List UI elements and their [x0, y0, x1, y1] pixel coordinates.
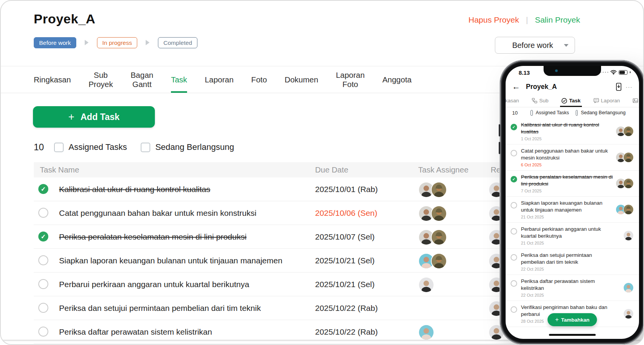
task-name: Kalibrasi alat ukur di ruang kontrol kua… [59, 177, 210, 201]
add-task-fab[interactable]: + Tambahkan [547, 313, 597, 326]
status-badge-in-progress[interactable]: In progress [97, 37, 138, 48]
app-window: Proyek_A Hapus Proyek | Salin Proyek Bef… [0, 0, 644, 345]
tab-ringkasan[interactable]: Ringkasan [34, 67, 71, 93]
tab-bagan-gantt[interactable]: Bagan Gantt [131, 67, 153, 93]
tab-sub-proyek[interactable]: Sub Proyek [89, 67, 113, 93]
task-open-circle-icon[interactable] [38, 255, 48, 265]
avatar [623, 204, 634, 215]
task-open-circle-icon[interactable] [511, 150, 517, 156]
assignee-avatars [418, 182, 447, 198]
phone-nav: ← Proyek_A ··· [506, 80, 639, 93]
task-open-circle-icon[interactable] [38, 303, 48, 313]
phone-screen: 8.13 ← Proyek_A [506, 66, 639, 339]
phone-tab-sub[interactable]: Sub [531, 94, 550, 107]
task-done-icon[interactable]: ✓ [511, 176, 517, 182]
battery-tip-icon [630, 71, 631, 73]
task-name: Catat penggunaan bahan bakar untuk mesin… [59, 201, 256, 225]
phone-task-item[interactable]: Siapkan laporan keuangan bulanan untuk t… [506, 197, 639, 223]
status-badge-completed[interactable]: Completed [158, 37, 197, 48]
more-icon[interactable]: ··· [626, 84, 632, 90]
task-open-circle-icon[interactable] [511, 202, 517, 209]
task-done-icon[interactable]: ✓ [511, 124, 517, 130]
assignee-avatars [418, 205, 447, 222]
back-icon[interactable]: ← [512, 82, 520, 91]
phone-task-item[interactable]: Periksa dan setujui permintaan pembelian… [506, 249, 639, 275]
phone-task-item[interactable]: Periksa daftar perawatan sistem kelistri… [506, 275, 639, 301]
task-open-circle-icon[interactable] [511, 228, 517, 235]
camera-icon [555, 69, 558, 72]
task-open-circle-icon[interactable] [511, 254, 517, 261]
phone-task-text: Kalibrasi alat ukur di ruang kontrol kua… [521, 122, 613, 141]
flow-arrow-icon [85, 40, 89, 45]
phone-in-progress-label: Sedang Berlangsung [581, 110, 626, 115]
tab-laporan[interactable]: Laporan [205, 67, 233, 93]
task-open-circle-icon[interactable] [511, 306, 517, 313]
avatar [431, 229, 447, 245]
phone-task-name: Siapkan laporan keuangan bulanan untuk t… [521, 200, 613, 214]
task-open-circle-icon[interactable] [38, 208, 48, 218]
assignee-avatars [418, 253, 447, 269]
phone-task-list: ✓Kalibrasi alat ukur di ruang kontrol ku… [506, 118, 639, 339]
task-done-icon[interactable]: ✓ [38, 184, 48, 194]
tab-anggota[interactable]: Anggota [382, 67, 411, 93]
assigned-tasks-checkbox[interactable] [54, 143, 64, 152]
task-count: 10 [34, 142, 44, 153]
phone-tab-laporan[interactable]: Laporan [592, 94, 621, 107]
page-title: Proyek_A [34, 12, 95, 26]
due-date: 2025/10/07 (Sel) [315, 225, 375, 248]
phone-assigned-tasks-checkbox[interactable] [531, 110, 532, 116]
tab-laporan-foto[interactable]: Laporan Foto [336, 67, 365, 93]
tab-task[interactable]: Task [171, 67, 187, 93]
avatar [431, 205, 447, 222]
photo-icon [632, 98, 638, 104]
phone-task-item[interactable]: ✓Periksa peralatan keselamatan mesin di … [506, 171, 639, 197]
status-dropdown-value: Before work [501, 41, 564, 50]
tab-dokumen[interactable]: Dokumen [284, 67, 318, 93]
phone-tab-ringkasan[interactable]: Ringkasan [506, 94, 520, 107]
due-date: 2025/10/01 (Rab) [315, 177, 378, 201]
status-dropdown[interactable]: Before work [495, 37, 575, 54]
device-download-icon[interactable] [616, 83, 621, 91]
phone-task-item[interactable]: Catat penggunaan bahan bakar untuk mesin… [506, 145, 639, 171]
actions-separator: | [526, 15, 528, 25]
phone-task-text: Periksa dan setujui permintaan pembelian… [521, 252, 613, 271]
add-task-button[interactable]: + Add Task [33, 106, 155, 128]
plus-icon: + [555, 316, 559, 323]
filter-row: 10 Assigned Tasks Sedang Berlangsung [34, 141, 248, 153]
phone-task-date: 1 Oct 2025 [521, 136, 613, 141]
phone-tab-task[interactable]: Task [560, 94, 582, 107]
col-due-date: Due Date [315, 162, 348, 177]
task-open-circle-icon[interactable] [38, 327, 48, 337]
task-name: Periksa dan setujui permintaan pembelian… [59, 296, 261, 320]
volume-down-button [499, 142, 500, 154]
assignee-avatars [418, 229, 447, 245]
phone-in-progress-checkbox[interactable] [576, 110, 578, 116]
home-indicator[interactable] [549, 334, 596, 336]
status-badge-before-work[interactable]: Before work [34, 37, 76, 48]
task-open-circle-icon[interactable] [38, 279, 48, 289]
assigned-tasks-label: Assigned Tasks [69, 142, 127, 152]
avatar [623, 283, 634, 293]
delete-project-link[interactable]: Hapus Proyek [468, 15, 519, 25]
task-name: Perbarui perkiraan anggaran untuk kuarta… [59, 273, 249, 296]
add-task-fab-label: Tambahkan [561, 317, 590, 323]
phone-avatars [613, 174, 634, 193]
tab-foto[interactable]: Foto [251, 67, 267, 93]
phone-task-date: 22 Oct 2025 [521, 293, 613, 297]
phone-task-name: Periksa peralatan keselamatan mesin di l… [521, 174, 613, 187]
phone-task-item[interactable]: ✓Kalibrasi alat ukur di ruang kontrol ku… [506, 118, 639, 145]
add-task-label: Add Task [80, 112, 120, 122]
due-date: 2025/10/21 (Sel) [315, 273, 375, 296]
task-check-icon [561, 98, 567, 104]
col-task-name: Task Name [40, 162, 79, 177]
phone-task-item[interactable]: Perbarui perkiraan anggaran untuk kuarta… [506, 223, 639, 249]
phone-tab-foto[interactable]: Foto [631, 94, 639, 107]
phone-task-name: Periksa daftar perawatan sistem kelistri… [521, 278, 613, 292]
phone-task-text: Periksa peralatan keselamatan mesin di l… [521, 174, 613, 193]
task-done-icon[interactable]: ✓ [38, 232, 48, 242]
project-actions: Hapus Proyek | Salin Proyek [468, 15, 580, 25]
task-open-circle-icon[interactable] [511, 280, 517, 287]
in-progress-checkbox[interactable] [141, 143, 150, 152]
avatar [623, 230, 634, 241]
copy-project-link[interactable]: Salin Proyek [535, 15, 580, 25]
